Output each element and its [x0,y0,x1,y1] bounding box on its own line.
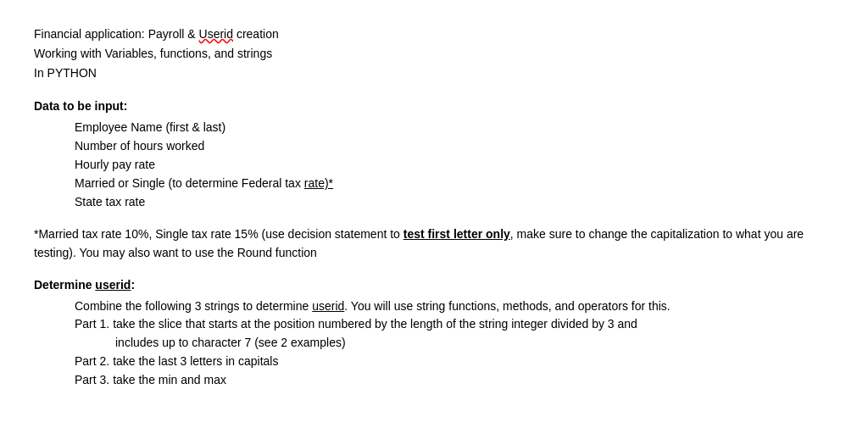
header-section: Financial application: Payroll & Userid … [34,25,834,82]
list-item-5: State tax rate [75,193,834,211]
list-item-3: Hourly pay rate [75,156,834,174]
list-item-3-text: Hourly pay rate [75,158,155,171]
userid-intro-post: . You will use string functions, methods… [344,299,670,313]
note-block: *Married tax rate 10%, Single tax rate 1… [34,225,834,263]
list-item-5-text: State tax rate [75,195,145,208]
header-line-1: Financial application: Payroll & Userid … [34,25,834,43]
userid-title-pre: Determine [34,278,95,292]
list-item-4-rate: rate)* [304,176,333,190]
data-input-section: Data to be input: Employee Name (first &… [34,97,834,211]
userid-part2: Part 2. take the last 3 letters in capit… [75,353,834,370]
note-pre: *Married tax rate 10%, Single tax rate 1… [34,227,403,241]
header-line-2: Working with Variables, functions, and s… [34,45,834,63]
userid-part2-text: Part 2. take the last 3 letters in capit… [75,354,278,368]
userid-section: Determine userid: Combine the following … [34,276,834,389]
note-bold-underline: test first letter only [403,227,510,241]
header-line3-text: In PYTHON [34,66,97,80]
list-item-4-pre: Married or Single (to determine Federal … [75,176,304,190]
userid-part1-text: Part 1. take the slice that starts at th… [75,317,637,331]
userid-title-post: : [131,278,135,292]
header-userid: Userid [199,27,233,41]
list-item-2-text: Number of hours worked [75,139,204,153]
userid-intro: Combine the following 3 strings to deter… [75,297,834,315]
header-text-post: creation [233,27,279,41]
userid-part3: Part 3. take the min and max [75,371,834,389]
list-item-1-text: Employee Name (first & last) [75,120,225,134]
userid-intro-underlined: userid [312,299,344,313]
userid-part1-cont: includes up to character 7 (see 2 exampl… [115,334,834,352]
userid-intro-pre: Combine the following 3 strings to deter… [75,299,312,313]
userid-part1-cont-text: includes up to character 7 (see 2 exampl… [115,336,346,349]
list-item-1: Employee Name (first & last) [75,119,834,136]
list-item-2: Number of hours worked [75,137,834,155]
header-line2-text: Working with Variables, functions, and s… [34,47,272,60]
header-text-pre: Financial application: Payroll & [34,27,199,41]
list-item-4: Married or Single (to determine Federal … [75,175,834,192]
header-line-3: In PYTHON [34,64,834,82]
userid-title: Determine userid: [34,276,834,294]
userid-part3-text: Part 3. take the min and max [75,373,226,386]
userid-part1: Part 1. take the slice that starts at th… [75,315,834,333]
data-input-title: Data to be input: [34,97,834,115]
userid-title-underlined: userid [95,278,131,292]
